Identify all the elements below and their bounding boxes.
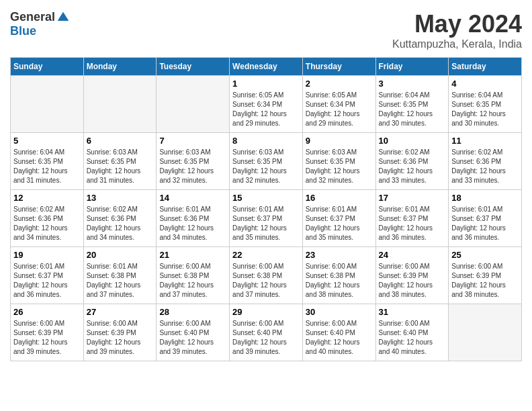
calendar-cell: 6Sunrise: 6:03 AM Sunset: 6:35 PM Daylig… bbox=[83, 133, 157, 190]
day-number: 30 bbox=[306, 307, 373, 317]
weekday-header-saturday: Saturday bbox=[449, 58, 522, 76]
calendar-cell: 23Sunrise: 6:00 AM Sunset: 6:38 PM Dayli… bbox=[302, 247, 375, 304]
day-number: 25 bbox=[451, 250, 519, 260]
logo-general-text: General bbox=[10, 10, 55, 24]
day-info: Sunrise: 6:00 AM Sunset: 6:38 PM Dayligh… bbox=[232, 262, 300, 300]
day-info: Sunrise: 6:05 AM Sunset: 6:34 PM Dayligh… bbox=[306, 91, 373, 128]
calendar-cell: 15Sunrise: 6:01 AM Sunset: 6:37 PM Dayli… bbox=[230, 190, 303, 247]
calendar-cell: 13Sunrise: 6:02 AM Sunset: 6:36 PM Dayli… bbox=[83, 190, 157, 247]
calendar-cell: 30Sunrise: 6:00 AM Sunset: 6:40 PM Dayli… bbox=[302, 304, 375, 361]
day-number: 4 bbox=[451, 79, 519, 89]
day-info: Sunrise: 6:00 AM Sunset: 6:40 PM Dayligh… bbox=[379, 319, 446, 357]
calendar-cell bbox=[449, 304, 522, 361]
day-info: Sunrise: 6:03 AM Sunset: 6:35 PM Dayligh… bbox=[159, 148, 226, 185]
day-number: 22 bbox=[232, 250, 300, 260]
day-info: Sunrise: 6:02 AM Sunset: 6:36 PM Dayligh… bbox=[451, 148, 519, 185]
calendar-cell: 22Sunrise: 6:00 AM Sunset: 6:38 PM Dayli… bbox=[230, 247, 303, 304]
day-info: Sunrise: 6:04 AM Sunset: 6:35 PM Dayligh… bbox=[13, 148, 81, 185]
calendar-table: SundayMondayTuesdayWednesdayThursdayFrid… bbox=[10, 57, 522, 361]
title-area: May 2024 Kuttampuzha, Kerala, India bbox=[392, 10, 522, 50]
calendar-cell: 3Sunrise: 6:04 AM Sunset: 6:35 PM Daylig… bbox=[375, 76, 449, 133]
week-row-1: 1Sunrise: 6:05 AM Sunset: 6:34 PM Daylig… bbox=[11, 76, 522, 133]
day-number: 17 bbox=[379, 193, 446, 203]
calendar-cell: 16Sunrise: 6:01 AM Sunset: 6:37 PM Dayli… bbox=[302, 190, 375, 247]
day-info: Sunrise: 6:03 AM Sunset: 6:35 PM Dayligh… bbox=[306, 148, 373, 185]
calendar-cell: 2Sunrise: 6:05 AM Sunset: 6:34 PM Daylig… bbox=[302, 76, 375, 133]
day-info: Sunrise: 6:02 AM Sunset: 6:36 PM Dayligh… bbox=[13, 205, 81, 242]
day-number: 10 bbox=[379, 136, 446, 146]
day-info: Sunrise: 6:00 AM Sunset: 6:39 PM Dayligh… bbox=[451, 262, 519, 300]
day-info: Sunrise: 6:00 AM Sunset: 6:39 PM Dayligh… bbox=[379, 262, 446, 300]
day-number: 1 bbox=[232, 79, 300, 89]
week-row-3: 12Sunrise: 6:02 AM Sunset: 6:36 PM Dayli… bbox=[11, 190, 522, 247]
calendar-cell: 11Sunrise: 6:02 AM Sunset: 6:36 PM Dayli… bbox=[449, 133, 522, 190]
day-info: Sunrise: 6:02 AM Sunset: 6:36 PM Dayligh… bbox=[87, 205, 154, 242]
day-info: Sunrise: 6:01 AM Sunset: 6:37 PM Dayligh… bbox=[232, 205, 300, 242]
calendar-cell bbox=[83, 76, 157, 133]
week-row-2: 5Sunrise: 6:04 AM Sunset: 6:35 PM Daylig… bbox=[11, 133, 522, 190]
calendar-cell: 20Sunrise: 6:01 AM Sunset: 6:38 PM Dayli… bbox=[83, 247, 157, 304]
day-info: Sunrise: 6:03 AM Sunset: 6:35 PM Dayligh… bbox=[232, 148, 300, 185]
calendar-cell: 31Sunrise: 6:00 AM Sunset: 6:40 PM Dayli… bbox=[375, 304, 449, 361]
weekday-header-friday: Friday bbox=[375, 58, 449, 76]
logo: General Blue bbox=[10, 10, 70, 38]
calendar-cell: 19Sunrise: 6:01 AM Sunset: 6:37 PM Dayli… bbox=[11, 247, 84, 304]
day-info: Sunrise: 6:00 AM Sunset: 6:40 PM Dayligh… bbox=[306, 319, 373, 357]
day-info: Sunrise: 6:01 AM Sunset: 6:37 PM Dayligh… bbox=[379, 205, 446, 242]
day-number: 31 bbox=[379, 307, 446, 317]
calendar-cell: 10Sunrise: 6:02 AM Sunset: 6:36 PM Dayli… bbox=[375, 133, 449, 190]
calendar-cell: 29Sunrise: 6:00 AM Sunset: 6:40 PM Dayli… bbox=[230, 304, 303, 361]
day-number: 29 bbox=[232, 307, 300, 317]
day-info: Sunrise: 6:02 AM Sunset: 6:36 PM Dayligh… bbox=[379, 148, 446, 185]
day-info: Sunrise: 6:00 AM Sunset: 6:40 PM Dayligh… bbox=[232, 319, 300, 357]
day-number: 26 bbox=[13, 307, 81, 317]
day-number: 2 bbox=[306, 79, 373, 89]
calendar-cell: 5Sunrise: 6:04 AM Sunset: 6:35 PM Daylig… bbox=[11, 133, 84, 190]
day-info: Sunrise: 6:01 AM Sunset: 6:36 PM Dayligh… bbox=[159, 205, 226, 242]
day-info: Sunrise: 6:01 AM Sunset: 6:37 PM Dayligh… bbox=[13, 262, 81, 300]
day-info: Sunrise: 6:04 AM Sunset: 6:35 PM Dayligh… bbox=[379, 91, 446, 128]
week-row-5: 26Sunrise: 6:00 AM Sunset: 6:39 PM Dayli… bbox=[11, 304, 522, 361]
weekday-header-thursday: Thursday bbox=[302, 58, 375, 76]
calendar-cell: 18Sunrise: 6:01 AM Sunset: 6:37 PM Dayli… bbox=[449, 190, 522, 247]
calendar-cell: 26Sunrise: 6:00 AM Sunset: 6:39 PM Dayli… bbox=[11, 304, 84, 361]
day-info: Sunrise: 6:01 AM Sunset: 6:37 PM Dayligh… bbox=[306, 205, 373, 242]
day-number: 27 bbox=[87, 307, 154, 317]
day-info: Sunrise: 6:00 AM Sunset: 6:39 PM Dayligh… bbox=[87, 319, 154, 357]
day-info: Sunrise: 6:04 AM Sunset: 6:35 PM Dayligh… bbox=[451, 91, 519, 128]
day-info: Sunrise: 6:01 AM Sunset: 6:38 PM Dayligh… bbox=[87, 262, 154, 300]
calendar-cell: 8Sunrise: 6:03 AM Sunset: 6:35 PM Daylig… bbox=[230, 133, 303, 190]
weekday-header-tuesday: Tuesday bbox=[157, 58, 230, 76]
day-info: Sunrise: 6:00 AM Sunset: 6:40 PM Dayligh… bbox=[159, 319, 226, 357]
calendar-cell: 25Sunrise: 6:00 AM Sunset: 6:39 PM Dayli… bbox=[449, 247, 522, 304]
logo-blue-text: Blue bbox=[10, 24, 36, 38]
day-info: Sunrise: 6:00 AM Sunset: 6:38 PM Dayligh… bbox=[159, 262, 226, 300]
day-number: 16 bbox=[306, 193, 373, 203]
day-number: 24 bbox=[379, 250, 446, 260]
calendar-cell: 24Sunrise: 6:00 AM Sunset: 6:39 PM Dayli… bbox=[375, 247, 449, 304]
weekday-header-monday: Monday bbox=[83, 58, 157, 76]
day-number: 3 bbox=[379, 79, 446, 89]
calendar-cell: 12Sunrise: 6:02 AM Sunset: 6:36 PM Dayli… bbox=[11, 190, 84, 247]
calendar-cell bbox=[157, 76, 230, 133]
day-number: 5 bbox=[13, 136, 81, 146]
day-number: 11 bbox=[451, 136, 519, 146]
calendar-cell: 28Sunrise: 6:00 AM Sunset: 6:40 PM Dayli… bbox=[157, 304, 230, 361]
calendar-cell: 14Sunrise: 6:01 AM Sunset: 6:36 PM Dayli… bbox=[157, 190, 230, 247]
calendar-cell: 17Sunrise: 6:01 AM Sunset: 6:37 PM Dayli… bbox=[375, 190, 449, 247]
day-number: 9 bbox=[306, 136, 373, 146]
day-number: 28 bbox=[159, 307, 226, 317]
page-header: General Blue May 2024 Kuttampuzha, Keral… bbox=[10, 10, 522, 50]
day-number: 7 bbox=[159, 136, 226, 146]
calendar-cell: 7Sunrise: 6:03 AM Sunset: 6:35 PM Daylig… bbox=[157, 133, 230, 190]
weekday-header-wednesday: Wednesday bbox=[230, 58, 303, 76]
day-number: 6 bbox=[87, 136, 154, 146]
calendar-cell: 21Sunrise: 6:00 AM Sunset: 6:38 PM Dayli… bbox=[157, 247, 230, 304]
calendar-cell: 9Sunrise: 6:03 AM Sunset: 6:35 PM Daylig… bbox=[302, 133, 375, 190]
day-number: 18 bbox=[451, 193, 519, 203]
weekday-header-sunday: Sunday bbox=[11, 58, 84, 76]
calendar-cell: 1Sunrise: 6:05 AM Sunset: 6:34 PM Daylig… bbox=[230, 76, 303, 133]
calendar-cell: 4Sunrise: 6:04 AM Sunset: 6:35 PM Daylig… bbox=[449, 76, 522, 133]
day-info: Sunrise: 6:00 AM Sunset: 6:38 PM Dayligh… bbox=[306, 262, 373, 300]
day-info: Sunrise: 6:01 AM Sunset: 6:37 PM Dayligh… bbox=[451, 205, 519, 242]
